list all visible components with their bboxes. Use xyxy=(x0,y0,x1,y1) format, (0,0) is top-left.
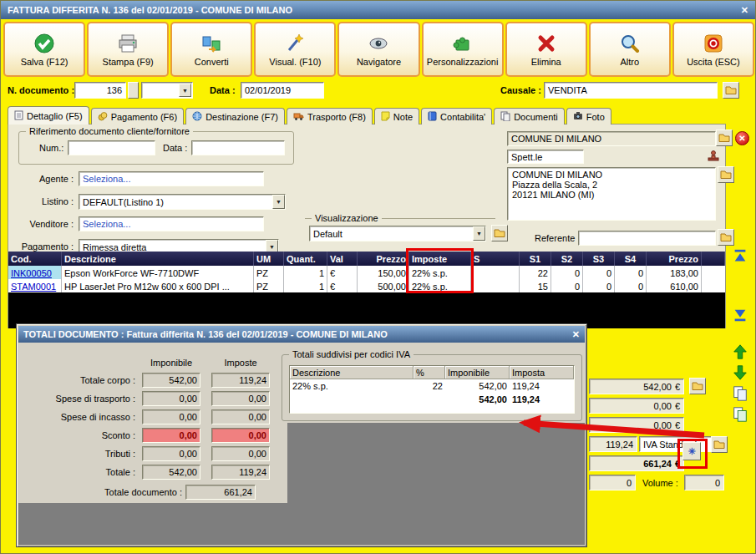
iva-total-percent xyxy=(414,393,445,406)
volume-field[interactable]: 0 xyxy=(684,475,724,490)
totale-documento-value: 661,24 xyxy=(643,459,672,469)
riferimento-group-title: Riferimento documento cliente/fornitore xyxy=(26,126,193,136)
tab-dettaglio[interactable]: Dettaglio (F5) xyxy=(8,106,89,125)
colli-field[interactable]: 0 xyxy=(589,475,636,490)
doc-number-more-button[interactable] xyxy=(128,82,139,99)
window-titlebar: FATTURA DIFFERITA N. 136 del 02/01/2019 … xyxy=(1,1,755,19)
stampa-button[interactable]: Stampa (F9) xyxy=(87,22,169,77)
dialog-body: Imponibile Imposte Totale corpo : 542,00… xyxy=(18,343,585,545)
causale-field[interactable]: VENDITA xyxy=(544,82,718,99)
agente-field[interactable]: Seleziona... xyxy=(79,171,264,186)
uscita-button[interactable]: Uscita (ESC) xyxy=(672,22,754,77)
doc-suffix-combobox[interactable]: ▼ xyxy=(141,82,193,99)
cliente-browse-button[interactable] xyxy=(716,130,733,146)
cliente-clear-button[interactable]: ✕ xyxy=(735,131,749,145)
col-s[interactable]: S xyxy=(471,252,520,266)
table-row[interactable]: STAM0001 HP LaserJet Pro M12w 600 x 600 … xyxy=(8,279,725,292)
stamp-icon[interactable] xyxy=(707,149,720,164)
col-s1[interactable]: S1 xyxy=(520,252,551,266)
personalizzazioni-button[interactable]: Personalizzazioni xyxy=(422,22,504,77)
spese-incasso-value: 0,00 xyxy=(653,420,671,430)
tab-documenti[interactable]: Documenti xyxy=(494,108,565,125)
visualizzazione-combobox[interactable]: Default xyxy=(309,226,486,241)
causale-browse-button[interactable] xyxy=(723,82,739,99)
salva-button[interactable]: Salva (F12) xyxy=(3,22,85,77)
tab-foto[interactable]: Foto xyxy=(566,108,611,125)
col-cod[interactable]: Cod. xyxy=(8,252,62,266)
tab-contabilita[interactable]: Contabilita' xyxy=(421,108,492,125)
chevron-down-icon[interactable]: ▼ xyxy=(179,84,191,97)
iva-table: Descrizione % Imponibile Imposta 22% s.p… xyxy=(289,365,575,414)
navigatore-button[interactable]: Navigatore xyxy=(337,22,419,77)
iva-cell-percent: 22 xyxy=(414,379,445,393)
cell-s2: 0 xyxy=(551,279,583,292)
iva-col-imposta: Imposta xyxy=(510,366,574,379)
totals-browse-button[interactable] xyxy=(689,378,706,394)
tab-trasporto[interactable]: Trasporto (F8) xyxy=(287,108,373,125)
venditore-field[interactable]: Seleziona... xyxy=(79,216,264,231)
cell-val: € xyxy=(327,266,358,279)
detail-doc-icon xyxy=(14,110,23,122)
rif-data-field[interactable] xyxy=(191,140,285,155)
col-prezzo[interactable]: Prezzo xyxy=(358,252,409,266)
tab-foto-label: Foto xyxy=(586,112,605,122)
col-s3[interactable]: S3 xyxy=(583,252,615,266)
iva-detail-button[interactable]: ✳ xyxy=(682,442,701,460)
cell-cod[interactable]: INK00050 xyxy=(8,266,62,279)
grid-header-row: Cod. Descrizione UM Quant. Val Prezzo Im… xyxy=(8,252,725,266)
cell-prezzo: 500,00 xyxy=(358,279,409,292)
col-quant[interactable]: Quant. xyxy=(284,252,327,266)
converti-button[interactable]: Converti xyxy=(170,22,252,77)
col-s4[interactable]: S4 xyxy=(615,252,647,266)
folder-icon xyxy=(713,440,725,450)
address-browse-button[interactable] xyxy=(718,166,734,183)
uscita-label: Uscita (ESC) xyxy=(687,57,740,67)
referente-field[interactable] xyxy=(578,231,716,246)
referente-browse-button[interactable] xyxy=(718,229,734,246)
altro-button[interactable]: Altro xyxy=(589,22,671,77)
col-imposte[interactable]: Imposte xyxy=(409,252,471,266)
visual-label: Visual. (F10) xyxy=(269,57,321,67)
address-box[interactable]: COMUNE DI MILANO Piazza della Scala, 2 2… xyxy=(507,167,716,221)
totale-imposte: 119,24 xyxy=(211,465,270,480)
tab-destinazione[interactable]: Destinazione (F7) xyxy=(185,108,285,125)
n-documento-field[interactable]: 136 xyxy=(74,82,126,99)
col-prezzo2[interactable]: Prezzo xyxy=(647,252,702,266)
tab-destinazione-label: Destinazione (F7) xyxy=(205,112,278,122)
tab-note[interactable]: Note xyxy=(374,108,419,125)
move-last-button[interactable] xyxy=(731,307,749,325)
tab-pagamento[interactable]: Pagamento (F6) xyxy=(91,108,184,125)
data-field[interactable]: 02/01/2019 xyxy=(241,82,324,99)
table-row[interactable]: INK00050 Epson WorkForce WF-7710DWF PZ 1… xyxy=(8,266,725,279)
cell-um: PZ xyxy=(254,266,284,279)
rif-num-label: Num.: xyxy=(39,143,63,153)
paste-rows-button[interactable] xyxy=(731,406,749,424)
dialog-close-button[interactable]: ✕ xyxy=(572,329,580,340)
col-um[interactable]: UM xyxy=(254,252,284,266)
row-down-button[interactable] xyxy=(731,364,749,383)
listino-combobox[interactable]: DEFAULT(Listino 1) xyxy=(79,194,286,210)
move-first-button[interactable] xyxy=(731,248,749,267)
iva-standard-field[interactable]: IVA Standard xyxy=(639,436,718,452)
spettle-field[interactable]: Spett.le xyxy=(507,150,584,164)
col-descrizione[interactable]: Descrizione xyxy=(62,252,254,266)
col-val[interactable]: Val xyxy=(327,252,358,266)
chevron-down-icon[interactable]: ▼ xyxy=(272,195,285,209)
rif-num-field[interactable] xyxy=(68,140,155,155)
window-close-button[interactable]: ✕ xyxy=(741,5,748,16)
iva-browse-button[interactable] xyxy=(711,436,728,453)
elimina-button[interactable]: Elimina xyxy=(505,22,587,77)
cell-s1: 22 xyxy=(520,266,551,279)
cell-um: PZ xyxy=(254,279,284,292)
visual-button[interactable]: Visual. (F10) xyxy=(254,22,336,77)
cell-cod[interactable]: STAM0001 xyxy=(8,279,62,292)
copy-rows-button[interactable] xyxy=(731,385,749,404)
spese-trasporto-imponibile: 0,00 xyxy=(142,391,200,406)
col-s2[interactable]: S2 xyxy=(551,252,583,266)
visualizzazione-browse-button[interactable] xyxy=(491,225,508,241)
cell-quant: 1 xyxy=(284,279,327,292)
cell-imposte: 22% s.p. xyxy=(409,266,471,279)
chevron-down-icon[interactable]: ▼ xyxy=(473,226,485,241)
row-up-button[interactable] xyxy=(731,343,749,362)
cliente-field[interactable]: COMUNE DI MILANO xyxy=(507,131,716,146)
